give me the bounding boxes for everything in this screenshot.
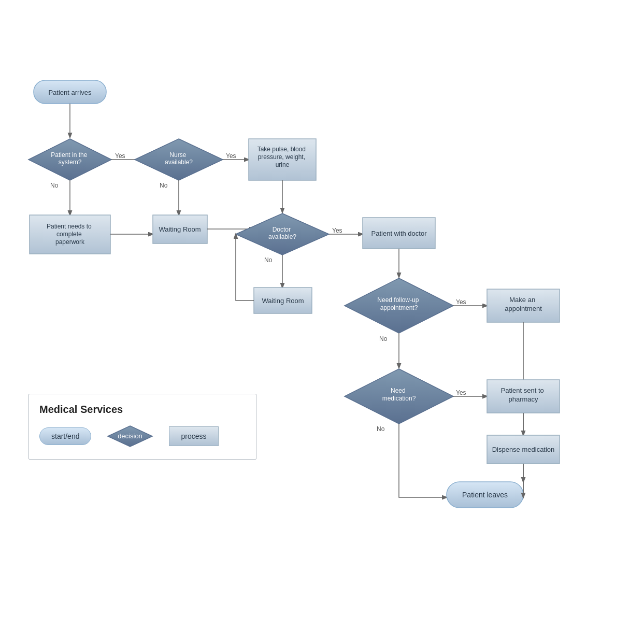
patient-paperwork-node: Patient needs to complete paperwork — [30, 215, 110, 254]
svg-text:No: No — [379, 335, 388, 342]
take-pulse-node: Take pulse, blood pressure, weight, urin… — [249, 139, 316, 180]
waiting-room-1-node: Waiting Room — [153, 215, 207, 244]
doctor-available-node: Doctor available? — [236, 213, 329, 255]
svg-text:Need follow-up
        appoint: Need follow-up appointment? — [377, 296, 420, 311]
svg-text:Yes: Yes — [115, 152, 125, 160]
svg-text:Yes: Yes — [456, 298, 466, 306]
legend-start-end: start/end — [39, 427, 91, 445]
svg-text:Patient with doctor: Patient with doctor — [371, 230, 427, 237]
legend-items: start/end decision process — [39, 425, 246, 448]
svg-text:No: No — [264, 256, 273, 264]
patient-arrives-node: Patient arrives — [34, 80, 106, 104]
legend-title: Medical Services — [39, 404, 246, 416]
patient-arrives-label: Patient arrives — [48, 89, 92, 96]
patient-pharmacy-node: Patient sent to pharmacy — [487, 380, 560, 413]
patient-with-doctor-node: Patient with doctor — [363, 218, 435, 249]
patient-in-system-node: Patient in the system? — [28, 139, 111, 180]
legend-decision-label: decision — [118, 432, 143, 440]
waiting-room-2-node: Waiting Room — [254, 288, 312, 313]
svg-text:No: No — [50, 182, 59, 189]
svg-text:Doctor
        available?: Doctor available? — [268, 226, 296, 240]
svg-text:Waiting Room: Waiting Room — [159, 225, 201, 233]
svg-text:Yes: Yes — [332, 227, 342, 234]
legend-decision-svg: decision — [107, 425, 644, 644]
svg-text:Waiting Room: Waiting Room — [262, 297, 304, 305]
need-followup-node: Need follow-up appointment? — [345, 278, 453, 333]
diagram-container: Patient arrives Patient in the system? Y… — [0, 0, 644, 644]
need-medication-node: Need medication? — [345, 369, 453, 424]
make-appointment-node: Make an appointment — [487, 289, 560, 322]
svg-text:Yes: Yes — [226, 152, 236, 160]
svg-text:No: No — [160, 182, 168, 189]
legend-decision-wrap: decision — [107, 425, 153, 448]
nurse-available-node: Nurse available? — [135, 139, 223, 180]
legend: Medical Services start/end decision proc… — [28, 394, 256, 460]
svg-text:Yes: Yes — [456, 389, 466, 396]
